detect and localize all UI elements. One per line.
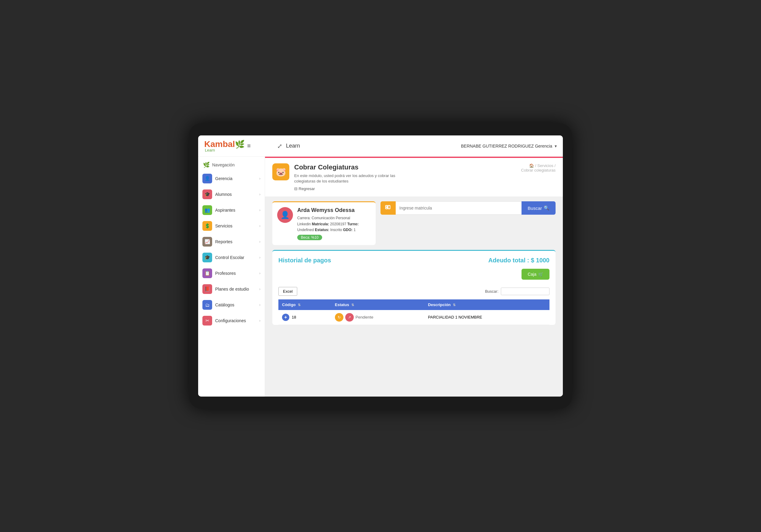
descripcion-value: PARCIALIDAD 1 NOVIEMBRE (428, 315, 482, 319)
cell-codigo: + 18 (278, 310, 331, 325)
breadcrumb: 🏠 / Servicios / Cobrar colegiaturas (521, 163, 556, 173)
svg-rect-2 (388, 206, 390, 209)
chevron-right-icon: › (259, 303, 261, 307)
logo-kambal: Kambal (204, 139, 235, 149)
matricula-input[interactable] (396, 201, 521, 215)
student-name: Arda Wemyss Odessa (297, 207, 359, 213)
chevron-right-icon: › (259, 255, 261, 260)
col-codigo: Código ⇅ (278, 299, 331, 310)
search-magnifier-icon: 🔍 (544, 205, 550, 211)
add-code-icon[interactable]: + (282, 314, 289, 321)
sidebar-item-catalogos[interactable]: 🗂 Catálogos › (198, 297, 265, 313)
breadcrumb-home-icon: 🏠 (529, 163, 534, 168)
matricula-label: Matrícula: (312, 222, 329, 226)
cart-icon: 🛒 (538, 272, 543, 277)
sidebar-item-servicios[interactable]: 💲 Servicios › (198, 218, 265, 234)
sidebar-item-reportes[interactable]: 📈 Reportes › (198, 234, 265, 250)
sidebar-label-alumnos: Alumnos (215, 192, 232, 197)
status-link-icon[interactable]: ↗ (345, 313, 354, 322)
excel-button[interactable]: Excel (278, 287, 297, 296)
chevron-right-icon: › (259, 208, 261, 212)
sidebar-item-aspirantes[interactable]: 👥 Aspirantes › (198, 202, 265, 218)
planes-icon: 📕 (203, 284, 212, 294)
profesores-icon: 📋 (203, 268, 212, 278)
sidebar-label-aspirantes: Aspirantes (215, 208, 235, 213)
payments-table: Código ⇅ Estatus ⇅ Descripción ⇅ (278, 299, 550, 325)
control-escolar-icon: 🎓 (203, 253, 212, 262)
cell-descripcion: PARCIALIDAD 1 NOVIEMBRE (424, 310, 550, 325)
status-refresh-icon[interactable]: ↻ (335, 313, 343, 322)
breadcrumb-services: Servicios (537, 163, 554, 168)
caja-button[interactable]: Caja 🛒 (521, 269, 550, 280)
linkedin-label: Linkedin (297, 222, 311, 226)
caja-label: Caja (528, 272, 536, 277)
sort-icon-estatus[interactable]: ⇅ (351, 303, 354, 307)
nav-label-text: Navegación (212, 162, 235, 167)
user-menu[interactable]: BERNABE GUTIERREZ RODRIGUEZ Gerencia ▾ (461, 144, 557, 148)
page-description: En este módulo, usted podrá ver los adeu… (294, 173, 416, 184)
payment-history-title: Historial de pagos (278, 257, 331, 264)
gdo-label: GDO: (343, 228, 353, 232)
nav-label: 🌿 Navegación (198, 157, 265, 171)
sidebar-item-planes-estudio[interactable]: 📕 Planes de estudio › (198, 281, 265, 297)
sidebar-label-catalogos: Catálogos (215, 302, 234, 307)
sidebar-item-profesores[interactable]: 📋 Profesores › (198, 265, 265, 281)
sort-icon-descripcion[interactable]: ⇅ (453, 303, 455, 307)
search-box-icon (380, 201, 396, 215)
chevron-right-icon: › (259, 287, 261, 291)
nav-leaf-icon: 🌿 (203, 162, 210, 168)
logo-area: Kambal🌿 Learn ≡ (204, 139, 271, 152)
sidebar: 🌿 Navegación 👤 Gerencia › 🎓 Alumnos (198, 157, 265, 397)
sidebar-label-gerencia: Gerencia (215, 176, 232, 181)
student-section: 👤 Arda Wemyss Odessa Carrera: Comunicaci… (265, 196, 563, 250)
servicios-icon: 💲 (203, 221, 212, 231)
gerencia-icon: 👤 (203, 174, 212, 184)
turno-value: Undefined (297, 228, 314, 232)
reportes-icon: 📈 (203, 237, 212, 246)
sidebar-item-configuraciones[interactable]: ✂ Configuraciones › (198, 313, 265, 329)
chevron-right-icon: › (259, 271, 261, 275)
header-middle: ⤢ Learn (271, 142, 461, 150)
estatus-value: Inscrito (330, 228, 342, 232)
sidebar-item-alumnos[interactable]: 🎓 Alumnos › (198, 186, 265, 202)
tablet-inner: Kambal🌿 Learn ≡ ⤢ Learn BERNABE GUTIERRE… (198, 135, 563, 397)
student-info: Arda Wemyss Odessa Carrera: Comunicación… (297, 207, 359, 240)
back-button[interactable]: ⊟ Regresar (294, 186, 416, 191)
search-button[interactable]: Buscar 🔍 (521, 201, 556, 215)
svg-rect-0 (386, 206, 387, 207)
estatus-label: Estatus: (315, 228, 329, 232)
table-row: + 18 ↻ ↗ Pendiente (278, 310, 550, 325)
alumnos-icon: 🎓 (203, 189, 212, 199)
sidebar-label-control-escolar: Control Escolar (215, 255, 244, 260)
page-header: 🐷 Cobrar Colegiaturas En este módulo, us… (265, 157, 563, 196)
table-controls: Excel Buscar: (278, 287, 550, 296)
aspirantes-icon: 👥 (203, 205, 212, 215)
payment-header: Historial de pagos Adeudo total : $ 1000 (278, 257, 550, 264)
search-button-label: Buscar (528, 206, 542, 211)
header: Kambal🌿 Learn ≡ ⤢ Learn BERNABE GUTIERRE… (198, 135, 563, 157)
sidebar-item-control-escolar[interactable]: 🎓 Control Escolar › (198, 250, 265, 265)
sidebar-label-reportes: Reportes (215, 239, 232, 244)
codigo-value: 18 (292, 315, 296, 319)
sidebar-label-servicios: Servicios (215, 224, 232, 228)
chevron-right-icon: › (259, 192, 261, 196)
col-estatus: Estatus ⇅ (331, 299, 425, 310)
catalogos-icon: 🗂 (203, 300, 212, 310)
main-content: 🐷 Cobrar Colegiaturas En este módulo, us… (265, 157, 563, 397)
student-avatar: 👤 (277, 207, 293, 223)
student-details: Carrera: Comunicación Personal Linkedin … (297, 215, 359, 233)
breadcrumb-current: Cobrar colegiaturas (521, 168, 556, 173)
sidebar-item-gerencia[interactable]: 👤 Gerencia › (198, 171, 265, 186)
carrera-label: Carrera: (297, 216, 311, 220)
expand-icon[interactable]: ⤢ (277, 142, 282, 150)
payment-section: Historial de pagos Adeudo total : $ 1000… (272, 250, 556, 325)
page-info: Cobrar Colegiaturas En este módulo, uste… (294, 163, 416, 191)
estatus-value: Pendiente (356, 315, 374, 319)
beca-badge: Beca: %10 (297, 235, 322, 240)
logo-text: Kambal🌿 Learn (204, 139, 245, 152)
table-search-input[interactable] (501, 288, 550, 295)
hamburger-button[interactable]: ≡ (247, 142, 251, 149)
col-descripcion: Descripción ⇅ (424, 299, 550, 310)
sort-icon-codigo[interactable]: ⇅ (298, 303, 301, 307)
user-name: BERNABE GUTIERREZ RODRIGUEZ Gerencia (461, 144, 552, 148)
